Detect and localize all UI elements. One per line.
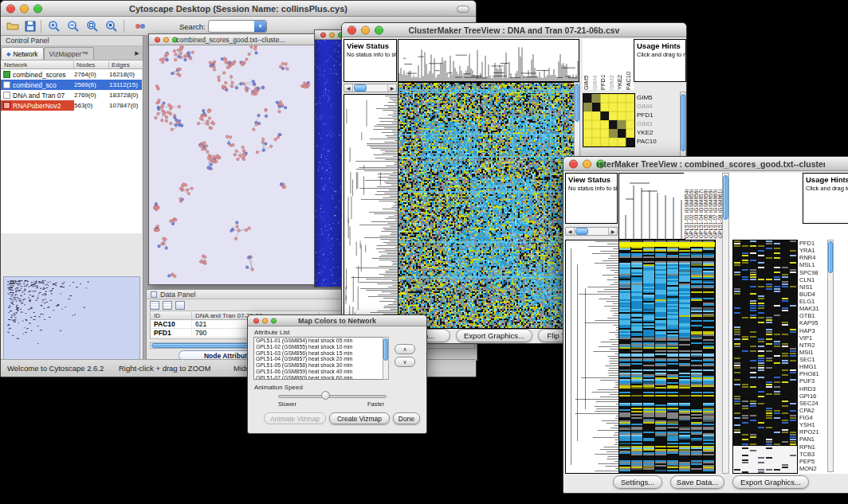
attribute-list-item[interactable]: GPL51-02 (GSM855) heat shock 10 min bbox=[256, 344, 388, 350]
scrollbar-thumb[interactable] bbox=[681, 94, 685, 151]
gene-label[interactable]: PAN1 bbox=[799, 436, 826, 443]
gene-dendrogram-canvas[interactable] bbox=[344, 94, 398, 329]
column-header-id[interactable]: ID bbox=[151, 312, 192, 319]
gene-label[interactable]: PEP5 bbox=[799, 458, 826, 465]
done-button[interactable]: Done bbox=[393, 412, 420, 424]
gene-label[interactable]: MSI1 bbox=[799, 349, 826, 356]
gene-label[interactable]: SEC1 bbox=[799, 356, 826, 363]
mini-hscrollbar[interactable]: ◀ ▶ bbox=[344, 84, 397, 92]
array-label[interactable]: GIM5 bbox=[583, 39, 591, 90]
heatmap-vscrollbar[interactable] bbox=[722, 173, 729, 474]
array-label[interactable]: PFD1 bbox=[599, 39, 608, 90]
gene-label[interactable]: HAP3 bbox=[799, 327, 826, 334]
column-header-edges[interactable]: Edges bbox=[109, 61, 143, 68]
correlation-matrix-canvas[interactable] bbox=[583, 93, 635, 147]
scrollbar-thumb[interactable] bbox=[575, 84, 579, 122]
gene-list-vscrollbar[interactable] bbox=[827, 240, 834, 472]
scrollbar-thumb[interactable] bbox=[828, 241, 833, 273]
minimize-button[interactable] bbox=[20, 4, 29, 13]
gene-label[interactable]: MSL1 bbox=[799, 261, 826, 268]
gene-label[interactable]: YKE2 bbox=[637, 128, 672, 137]
minimize-button[interactable] bbox=[262, 318, 268, 323]
array-label[interactable]: PAC10 bbox=[625, 39, 634, 90]
column-header-nodes[interactable]: Nodes bbox=[74, 61, 109, 68]
search-dropdown-icon[interactable]: ▼ bbox=[254, 21, 266, 32]
select-attributes-icon[interactable] bbox=[150, 301, 159, 310]
save-data-button[interactable]: Save Data... bbox=[670, 475, 724, 489]
mini-hscrollbar[interactable]: ◀ ▶ bbox=[565, 227, 618, 236]
attribute-list-item[interactable]: GPL51-01 (GSM854) heat shock 05 min bbox=[256, 338, 388, 344]
attribute-function-icon[interactable] bbox=[175, 301, 185, 310]
zoom-out-icon[interactable] bbox=[66, 19, 80, 33]
table-row[interactable]: DNA and Tran 07 2769(0) 183728(0) bbox=[1, 90, 142, 100]
gene-label[interactable]: RPO21 bbox=[799, 428, 826, 436]
gene-label[interactable]: MAK31 bbox=[799, 305, 826, 312]
table-row[interactable]: RNAPuberNov2 563(0) 107847(0) bbox=[1, 100, 142, 111]
minimize-button[interactable] bbox=[583, 159, 591, 168]
gene-label[interactable]: MON2 bbox=[799, 465, 826, 472]
gene-label[interactable]: GIM5 bbox=[637, 93, 672, 102]
treeview2-titlebar[interactable]: ClusterMaker TreeView : combined_scores_… bbox=[563, 157, 848, 171]
treeview1-titlebar[interactable]: ClusterMaker TreeView : DNA and Tran 07-… bbox=[342, 23, 686, 37]
scrollbar-thumb[interactable] bbox=[383, 338, 388, 361]
gene-label[interactable]: CPA2 bbox=[799, 407, 826, 414]
array-dendrogram-canvas[interactable] bbox=[398, 39, 579, 82]
gene-label[interactable]: FIG4 bbox=[799, 414, 826, 421]
scroll-right-icon[interactable]: ▶ bbox=[608, 228, 617, 235]
array-label[interactable]: YKE2 bbox=[616, 39, 625, 90]
array-label[interactable]: GIM4 bbox=[591, 39, 600, 90]
tab-vizmapper[interactable]: VizMapper™ bbox=[44, 47, 94, 60]
table-row[interactable]: combined_scores 2764(0) 16218(0) bbox=[1, 69, 142, 80]
gene-label[interactable]: ELG1 bbox=[799, 298, 826, 305]
gene-label[interactable]: PHO81 bbox=[799, 370, 826, 377]
array-label[interactable]: GIM3 bbox=[608, 39, 617, 90]
move-down-button[interactable]: ∨ bbox=[395, 357, 415, 367]
tab-network[interactable]: ◆ Network bbox=[1, 47, 44, 60]
gene-label[interactable]: HRD3 bbox=[799, 385, 826, 393]
main-titlebar[interactable]: Cytoscape Desktop (Session Name: collins… bbox=[1, 1, 476, 17]
attribute-list-item[interactable]: GPL51-03 (GSM856) heat shock 15 min bbox=[256, 350, 388, 357]
gene-label[interactable]: RPN1 bbox=[799, 443, 826, 451]
internal-titlebar[interactable]: combined_scores_good.txt--cluste... bbox=[149, 34, 314, 45]
scroll-left-icon[interactable]: ◀ bbox=[566, 228, 575, 235]
export-graphics-button[interactable]: Export Graphics... bbox=[456, 329, 532, 342]
scroll-left-icon[interactable]: ◀ bbox=[344, 84, 353, 92]
zoom-in-icon[interactable] bbox=[47, 19, 61, 33]
minimize-button[interactable] bbox=[329, 32, 335, 37]
scrollbar-thumb[interactable] bbox=[354, 84, 367, 92]
attribute-table-icon[interactable] bbox=[163, 301, 172, 310]
gene-label[interactable]: PAC10 bbox=[637, 137, 672, 146]
gene-label[interactable]: TCB3 bbox=[799, 451, 826, 458]
dialog-titlebar[interactable]: Map Colors to Network bbox=[248, 315, 426, 326]
attribute-list[interactable]: GPL51-01 (GSM854) heat shock 05 minGPL51… bbox=[253, 337, 389, 380]
zoom-fit-icon[interactable] bbox=[104, 19, 119, 33]
gene-label[interactable]: VIP1 bbox=[799, 334, 826, 342]
gene-label[interactable]: RNR4 bbox=[799, 254, 826, 261]
gene-label[interactable]: GPI16 bbox=[799, 393, 826, 400]
gene-label[interactable]: GIM4 bbox=[637, 102, 672, 111]
close-button[interactable] bbox=[155, 37, 160, 42]
gene-dendrogram-canvas[interactable] bbox=[565, 240, 620, 474]
create-vizmap-button[interactable]: Create Vizmap bbox=[329, 412, 390, 424]
close-button[interactable] bbox=[253, 318, 259, 323]
attribute-list-item[interactable]: GPL51-04 (GSM857) heat shock 20 min bbox=[256, 356, 388, 362]
zoom-button[interactable] bbox=[271, 318, 277, 323]
scroll-right-icon[interactable]: ▶ bbox=[387, 84, 396, 92]
gene-label[interactable]: BUD4 bbox=[799, 291, 826, 298]
tab-overflow-icon[interactable]: ▶ bbox=[132, 47, 143, 60]
attribute-list-item[interactable]: GPL51-07 (GSM860) heat shock 60 min bbox=[256, 375, 388, 380]
gene-label[interactable]: PFD1 bbox=[799, 240, 826, 247]
gene-label[interactable]: HMG1 bbox=[799, 363, 826, 370]
close-button[interactable] bbox=[6, 4, 15, 13]
array-dendrogram-canvas[interactable] bbox=[618, 173, 685, 240]
gene-label[interactable]: NIS1 bbox=[799, 283, 826, 291]
gene-label[interactable]: YRA1 bbox=[799, 247, 826, 254]
animation-speed-slider-thumb[interactable] bbox=[321, 391, 330, 400]
gene-label[interactable]: NTR2 bbox=[799, 342, 826, 349]
network-view-canvas[interactable] bbox=[149, 45, 314, 284]
minimize-button[interactable] bbox=[361, 25, 370, 34]
toolbar-toggle-button[interactable] bbox=[457, 6, 469, 13]
close-button[interactable] bbox=[347, 25, 356, 34]
scrollbar-thumb[interactable] bbox=[723, 175, 728, 220]
attribute-list-item[interactable]: GPL51-05 (GSM858) heat shock 30 min bbox=[256, 362, 388, 369]
